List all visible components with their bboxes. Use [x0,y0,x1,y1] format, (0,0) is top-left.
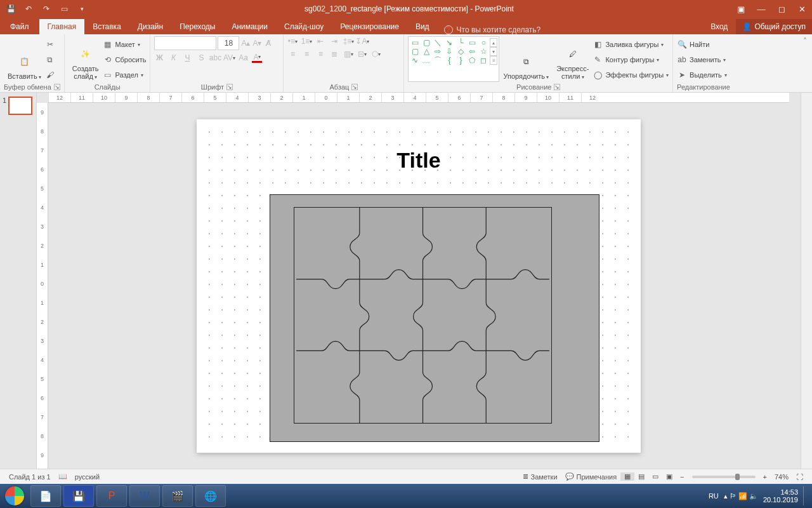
shape-effects-button[interactable]: ◯Эффекты фигуры [593,68,669,82]
zoom-thumb[interactable] [735,474,740,480]
slide[interactable]: Title [197,119,641,453]
language-button[interactable]: русский [71,473,103,481]
increase-indent-button[interactable]: ⇥ [329,36,339,46]
shape-brace-r-icon[interactable]: } [455,56,466,65]
slide-thumbnails-pane[interactable]: 1 [0,93,37,469]
slide-counter[interactable]: Слайд 1 из 1 [5,473,55,481]
shape-textbox-icon[interactable]: ▢ [421,38,431,47]
shape-arrow-left-icon[interactable]: ⇦ [467,47,477,56]
gallery-more[interactable]: ≡ [490,56,497,65]
redo-icon[interactable]: ↷ [41,3,52,15]
vertical-scrollbar[interactable] [801,93,812,469]
paste-button[interactable]: 📋 Вставить [4,36,45,82]
shape-6-icon[interactable]: ⬠ [467,56,477,65]
columns-button[interactable]: ▥ [343,49,353,59]
layout-button[interactable]: ▦Макет [103,37,147,51]
slideshow-view-button[interactable]: ▣ [662,472,676,481]
tab-animations[interactable]: Анимации [223,19,276,34]
start-button[interactable] [0,484,29,508]
font-dialog-launcher[interactable]: ↘ [226,84,233,90]
gallery-scroll-down[interactable]: ▾ [490,47,497,56]
reading-view-button[interactable]: ▭ [648,472,662,481]
vertical-ruler[interactable]: 9876543210123456789 [37,103,48,469]
font-family-input[interactable] [154,36,216,50]
taskbar-app-movie[interactable]: 🎬 [162,485,193,507]
reset-button[interactable]: ⟲Сбросить [103,53,147,67]
fit-window-button[interactable]: ⛶ [792,473,807,481]
italic-button[interactable]: К [168,53,178,63]
shape-rect2-icon[interactable]: ▭ [467,38,477,47]
align-left-button[interactable]: ≡ [287,49,298,59]
comments-button[interactable]: 💬 Примечания [561,472,621,481]
line-spacing-button[interactable]: ‡≡ [343,36,353,46]
format-painter-button[interactable]: 🖌 [45,68,55,82]
clear-formatting-icon[interactable]: A̸ [263,38,273,48]
slide-canvas[interactable]: Title [48,103,789,469]
select-button[interactable]: ➤Выделить [677,68,727,82]
sign-in-button[interactable]: Вход [702,19,736,34]
undo-icon[interactable]: ↶ [23,3,34,15]
bold-button[interactable]: Ж [154,53,164,63]
grow-font-icon[interactable]: A▴ [240,38,251,48]
align-right-button[interactable]: ≡ [315,49,325,59]
shape-line-icon[interactable]: ＼ [433,38,443,47]
tab-home[interactable]: Главная [39,19,85,34]
shadow-button[interactable]: abc [210,53,220,63]
zoom-percent[interactable]: 74% [771,473,792,481]
find-button[interactable]: 🔍Найти [677,37,727,51]
shape-arrow-down-icon[interactable]: ⇩ [444,47,454,56]
tray-clock[interactable]: 14:53 20.10.2019 [763,488,798,504]
zoom-in-button[interactable]: + [759,473,771,481]
shape-arc-icon[interactable]: ⌒ [433,56,443,65]
arrange-button[interactable]: ⧉ Упорядочить [499,36,553,82]
tray-language[interactable]: RU [709,492,719,500]
shape-7-icon[interactable]: ◻ [478,56,488,65]
shape-fill-button[interactable]: ◧Заливка фигуры [593,37,669,51]
tab-file[interactable]: Файл [0,19,39,34]
taskbar-app-word[interactable]: W [129,485,160,507]
tab-design[interactable]: Дизайн [129,19,171,34]
share-button[interactable]: 👤 Общий доступ [736,19,812,34]
minimize-button[interactable]: — [751,0,771,18]
bullets-button[interactable]: •≡ [287,36,298,46]
shape-brace-l-icon[interactable]: { [444,56,454,65]
shape-outline-button[interactable]: ✎Контур фигуры [593,53,669,67]
font-color-button[interactable]: A [252,53,262,63]
new-slide-button[interactable]: ✨ Создать слайд [69,36,103,82]
drawing-dialog-launcher[interactable]: ↘ [554,84,560,90]
align-center-button[interactable]: ≡ [301,49,311,59]
start-from-beginning-icon[interactable]: ▭ [58,3,70,15]
replace-button[interactable]: abЗаменить [677,53,727,67]
shape-diamond-icon[interactable]: ◇ [455,47,466,56]
maximize-button[interactable]: ◻ [771,0,792,18]
text-direction-button[interactable]: ↧A [357,36,367,46]
zoom-slider[interactable] [692,476,756,478]
gallery-scroll-up[interactable]: ▴ [490,38,497,47]
shape-star-icon[interactable]: ☆ [478,47,488,56]
tab-view[interactable]: Вид [407,19,438,34]
zoom-out-button[interactable]: − [676,473,688,481]
smartart-button[interactable]: ⬡ [371,49,381,59]
change-case-button[interactable]: Aa [238,53,248,63]
char-spacing-button[interactable]: AV [224,53,234,63]
cut-button[interactable]: ✂ [45,37,55,51]
copy-button[interactable]: ⧉ [45,53,55,67]
justify-button[interactable]: ≣ [329,49,339,59]
thumbnail-1[interactable]: 1 [3,97,34,115]
collapse-ribbon-icon[interactable]: ˄ [798,34,812,92]
thumbnail-preview[interactable] [8,97,32,115]
taskbar-app-chrome[interactable]: 🌐 [195,485,226,507]
title-placeholder[interactable]: Title [197,148,641,173]
taskbar-app-1[interactable]: 📄 [30,485,61,507]
sorter-view-button[interactable]: ▤ [634,472,648,481]
ribbon-options-icon[interactable]: ▣ [731,0,751,18]
paragraph-dialog-launcher[interactable]: ↘ [351,84,358,90]
decrease-indent-button[interactable]: ⇤ [315,36,325,46]
taskbar-app-save[interactable]: 💾 [63,485,94,507]
align-text-button[interactable]: ⊟ [357,49,367,59]
underline-button[interactable]: Ч [182,53,192,63]
tell-me[interactable]: ❓ Что вы хотите сделать? [438,25,703,34]
shapes-gallery[interactable]: ▭ ▢ ＼ ↘ └ ▭ ○ ▢ △ ⇨ ⇩ [408,36,499,82]
strike-button[interactable]: S [196,53,206,63]
numbering-button[interactable]: 1≡ [301,36,311,46]
